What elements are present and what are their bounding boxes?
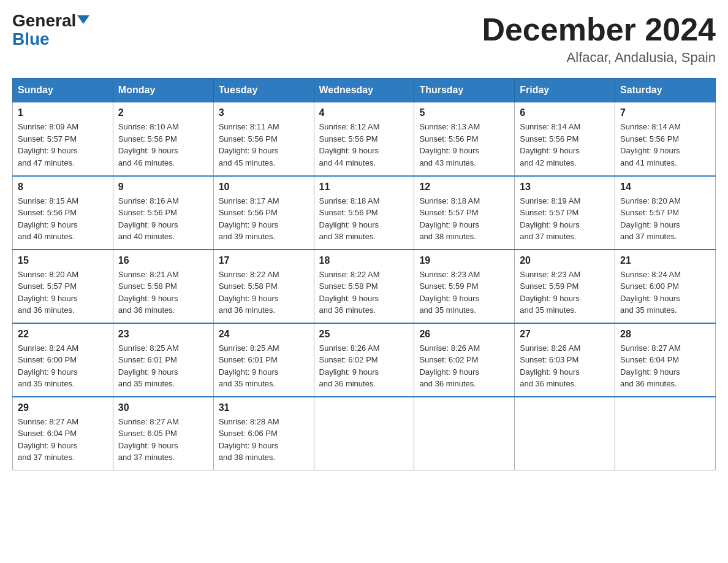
day-number: 22	[18, 329, 108, 340]
table-row	[414, 397, 515, 470]
day-info: Sunrise: 8:16 AMSunset: 5:56 PMDaylight:…	[118, 195, 208, 243]
table-row: 2Sunrise: 8:10 AMSunset: 5:56 PMDaylight…	[113, 102, 213, 176]
day-info: Sunrise: 8:18 AMSunset: 5:56 PMDaylight:…	[319, 195, 409, 243]
col-tuesday: Tuesday	[213, 79, 314, 102]
day-number: 8	[18, 182, 108, 193]
table-row: 1Sunrise: 8:09 AMSunset: 5:57 PMDaylight…	[13, 102, 113, 176]
calendar-week-row: 8Sunrise: 8:15 AMSunset: 5:56 PMDaylight…	[13, 176, 716, 250]
day-info: Sunrise: 8:17 AMSunset: 5:56 PMDaylight:…	[219, 195, 309, 243]
table-row: 10Sunrise: 8:17 AMSunset: 5:56 PMDayligh…	[213, 176, 314, 250]
table-row: 9Sunrise: 8:16 AMSunset: 5:56 PMDaylight…	[113, 176, 213, 250]
day-info: Sunrise: 8:27 AMSunset: 6:04 PMDaylight:…	[620, 342, 710, 390]
table-row: 22Sunrise: 8:24 AMSunset: 6:00 PMDayligh…	[13, 323, 113, 397]
day-number: 31	[219, 402, 309, 413]
table-row: 12Sunrise: 8:18 AMSunset: 5:57 PMDayligh…	[414, 176, 515, 250]
day-number: 19	[419, 255, 509, 266]
table-row	[314, 397, 414, 470]
col-saturday: Saturday	[615, 79, 716, 102]
day-number: 15	[18, 255, 108, 266]
table-row: 29Sunrise: 8:27 AMSunset: 6:04 PMDayligh…	[13, 397, 113, 470]
day-info: Sunrise: 8:20 AMSunset: 5:57 PMDaylight:…	[18, 269, 108, 316]
location-title: Alfacar, Andalusia, Spain	[482, 50, 716, 66]
day-number: 6	[520, 107, 610, 118]
calendar-week-row: 22Sunrise: 8:24 AMSunset: 6:00 PMDayligh…	[13, 323, 716, 397]
table-row: 28Sunrise: 8:27 AMSunset: 6:04 PMDayligh…	[615, 323, 716, 397]
day-info: Sunrise: 8:22 AMSunset: 5:58 PMDaylight:…	[219, 269, 309, 316]
table-row: 17Sunrise: 8:22 AMSunset: 5:58 PMDayligh…	[213, 250, 314, 323]
day-info: Sunrise: 8:13 AMSunset: 5:56 PMDaylight:…	[419, 121, 509, 169]
table-row: 30Sunrise: 8:27 AMSunset: 6:05 PMDayligh…	[113, 397, 213, 470]
day-number: 16	[118, 255, 208, 266]
day-info: Sunrise: 8:28 AMSunset: 6:06 PMDaylight:…	[219, 416, 309, 464]
table-row: 7Sunrise: 8:14 AMSunset: 5:56 PMDaylight…	[615, 102, 716, 176]
table-row: 14Sunrise: 8:20 AMSunset: 5:57 PMDayligh…	[615, 176, 716, 250]
table-row: 31Sunrise: 8:28 AMSunset: 6:06 PMDayligh…	[213, 397, 314, 470]
col-thursday: Thursday	[414, 79, 515, 102]
day-number: 27	[520, 329, 610, 340]
table-row: 19Sunrise: 8:23 AMSunset: 5:59 PMDayligh…	[414, 250, 515, 323]
day-info: Sunrise: 8:25 AMSunset: 6:01 PMDaylight:…	[118, 342, 208, 390]
table-row	[515, 397, 615, 470]
table-row: 15Sunrise: 8:20 AMSunset: 5:57 PMDayligh…	[13, 250, 113, 323]
table-row: 26Sunrise: 8:26 AMSunset: 6:02 PMDayligh…	[414, 323, 515, 397]
col-friday: Friday	[515, 79, 615, 102]
table-row: 5Sunrise: 8:13 AMSunset: 5:56 PMDaylight…	[414, 102, 515, 176]
day-number: 29	[18, 402, 108, 413]
table-row: 18Sunrise: 8:22 AMSunset: 5:58 PMDayligh…	[314, 250, 414, 323]
day-info: Sunrise: 8:27 AMSunset: 6:05 PMDaylight:…	[118, 416, 208, 464]
table-row: 6Sunrise: 8:14 AMSunset: 5:56 PMDaylight…	[515, 102, 615, 176]
logo-general: General	[12, 12, 89, 29]
day-number: 14	[620, 182, 710, 193]
day-info: Sunrise: 8:14 AMSunset: 5:56 PMDaylight:…	[620, 121, 710, 169]
table-row: 8Sunrise: 8:15 AMSunset: 5:56 PMDaylight…	[13, 176, 113, 250]
day-info: Sunrise: 8:10 AMSunset: 5:56 PMDaylight:…	[118, 121, 208, 169]
day-number: 21	[620, 255, 710, 266]
day-number: 1	[18, 107, 108, 118]
table-row	[615, 397, 716, 470]
table-row: 13Sunrise: 8:19 AMSunset: 5:57 PMDayligh…	[515, 176, 615, 250]
day-number: 18	[319, 255, 409, 266]
day-number: 24	[219, 329, 309, 340]
col-sunday: Sunday	[13, 79, 113, 102]
calendar-table: Sunday Monday Tuesday Wednesday Thursday…	[12, 78, 716, 470]
day-info: Sunrise: 8:19 AMSunset: 5:57 PMDaylight:…	[520, 195, 610, 243]
day-number: 28	[620, 329, 710, 340]
day-info: Sunrise: 8:11 AMSunset: 5:56 PMDaylight:…	[219, 121, 309, 169]
col-monday: Monday	[113, 79, 213, 102]
day-info: Sunrise: 8:23 AMSunset: 5:59 PMDaylight:…	[419, 269, 509, 316]
day-info: Sunrise: 8:14 AMSunset: 5:56 PMDaylight:…	[520, 121, 610, 169]
day-info: Sunrise: 8:18 AMSunset: 5:57 PMDaylight:…	[419, 195, 509, 243]
month-title: December 2024	[482, 12, 716, 47]
calendar-week-row: 29Sunrise: 8:27 AMSunset: 6:04 PMDayligh…	[13, 397, 716, 470]
day-number: 26	[419, 329, 509, 340]
table-row: 24Sunrise: 8:25 AMSunset: 6:01 PMDayligh…	[213, 323, 314, 397]
day-info: Sunrise: 8:22 AMSunset: 5:58 PMDaylight:…	[319, 269, 409, 316]
calendar-week-row: 15Sunrise: 8:20 AMSunset: 5:57 PMDayligh…	[13, 250, 716, 323]
day-info: Sunrise: 8:23 AMSunset: 5:59 PMDaylight:…	[520, 269, 610, 316]
day-info: Sunrise: 8:12 AMSunset: 5:56 PMDaylight:…	[319, 121, 409, 169]
logo-blue: Blue	[12, 31, 50, 48]
table-row: 16Sunrise: 8:21 AMSunset: 5:58 PMDayligh…	[113, 250, 213, 323]
day-info: Sunrise: 8:26 AMSunset: 6:03 PMDaylight:…	[520, 342, 610, 390]
day-number: 9	[118, 182, 208, 193]
calendar-week-row: 1Sunrise: 8:09 AMSunset: 5:57 PMDaylight…	[13, 102, 716, 176]
table-row: 23Sunrise: 8:25 AMSunset: 6:01 PMDayligh…	[113, 323, 213, 397]
day-number: 2	[118, 107, 208, 118]
table-row: 11Sunrise: 8:18 AMSunset: 5:56 PMDayligh…	[314, 176, 414, 250]
day-number: 10	[219, 182, 309, 193]
table-row: 20Sunrise: 8:23 AMSunset: 5:59 PMDayligh…	[515, 250, 615, 323]
table-row: 3Sunrise: 8:11 AMSunset: 5:56 PMDaylight…	[213, 102, 314, 176]
day-info: Sunrise: 8:15 AMSunset: 5:56 PMDaylight:…	[18, 195, 108, 243]
day-info: Sunrise: 8:09 AMSunset: 5:57 PMDaylight:…	[18, 121, 108, 169]
table-row: 21Sunrise: 8:24 AMSunset: 6:00 PMDayligh…	[615, 250, 716, 323]
day-info: Sunrise: 8:24 AMSunset: 6:00 PMDaylight:…	[620, 269, 710, 316]
day-number: 4	[319, 107, 409, 118]
day-number: 17	[219, 255, 309, 266]
day-info: Sunrise: 8:24 AMSunset: 6:00 PMDaylight:…	[18, 342, 108, 390]
table-row: 27Sunrise: 8:26 AMSunset: 6:03 PMDayligh…	[515, 323, 615, 397]
calendar-header-row: Sunday Monday Tuesday Wednesday Thursday…	[13, 79, 716, 102]
day-number: 13	[520, 182, 610, 193]
col-wednesday: Wednesday	[314, 79, 414, 102]
logo: General Blue	[12, 12, 89, 48]
day-number: 11	[319, 182, 409, 193]
